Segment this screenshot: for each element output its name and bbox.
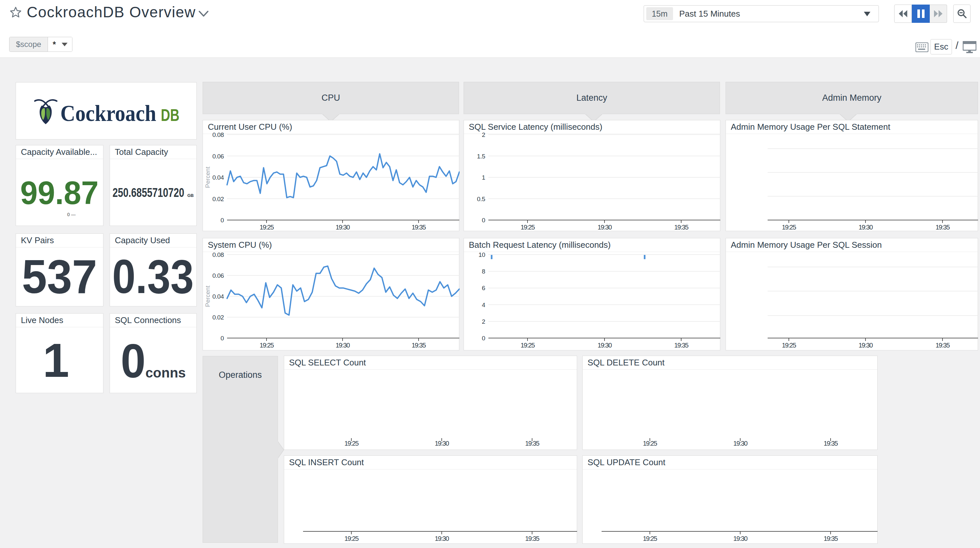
svg-text:0.02: 0.02 — [212, 195, 224, 202]
svg-text:19:30: 19:30 — [336, 224, 350, 231]
svg-text:2: 2 — [482, 131, 485, 138]
svg-text:8: 8 — [482, 268, 485, 275]
svg-text:19:25: 19:25 — [345, 535, 359, 542]
svg-text:19:30: 19:30 — [598, 224, 612, 231]
svg-text:19:25: 19:25 — [260, 342, 274, 349]
svg-text:0: 0 — [482, 217, 485, 224]
svg-text:19:35: 19:35 — [824, 440, 838, 447]
svg-text:19:35: 19:35 — [675, 342, 689, 349]
svg-text:19:35: 19:35 — [675, 224, 689, 231]
svg-text:19:25: 19:25 — [521, 342, 535, 349]
svg-text:0: 0 — [482, 335, 485, 342]
svg-text:19:25: 19:25 — [643, 535, 657, 542]
svg-text:19:30: 19:30 — [435, 440, 449, 447]
svg-text:0.08: 0.08 — [212, 251, 224, 258]
svg-text:Percent: Percent — [204, 167, 211, 188]
svg-text:19:35: 19:35 — [824, 535, 838, 542]
svg-text:19:30: 19:30 — [733, 535, 748, 542]
svg-text:0: 0 — [221, 217, 224, 224]
svg-text:19:35: 19:35 — [935, 342, 950, 349]
svg-text:2: 2 — [482, 318, 485, 325]
svg-text:0.06: 0.06 — [212, 272, 224, 279]
svg-text:Percent: Percent — [204, 286, 211, 307]
svg-text:1.5: 1.5 — [477, 153, 485, 160]
svg-text:19:35: 19:35 — [525, 535, 539, 542]
svg-text:19:25: 19:25 — [782, 224, 796, 231]
svg-text:19:25: 19:25 — [643, 440, 657, 447]
svg-text:19:25: 19:25 — [521, 224, 535, 231]
svg-text:19:30: 19:30 — [859, 224, 873, 231]
svg-text:19:30: 19:30 — [435, 535, 449, 542]
svg-text:0.04: 0.04 — [212, 293, 224, 300]
svg-text:19:25: 19:25 — [782, 342, 796, 349]
svg-text:0: 0 — [221, 335, 224, 342]
svg-text:19:35: 19:35 — [412, 224, 426, 231]
svg-text:19:35: 19:35 — [935, 224, 950, 231]
svg-text:6: 6 — [482, 284, 485, 291]
svg-text:0.04: 0.04 — [212, 174, 224, 181]
svg-text:DB: DB — [161, 106, 180, 124]
svg-text:0.5: 0.5 — [477, 195, 485, 202]
svg-text:19:30: 19:30 — [733, 440, 748, 447]
svg-text:19:25: 19:25 — [260, 224, 274, 231]
svg-text:4: 4 — [482, 302, 485, 308]
svg-text:0.06: 0.06 — [212, 153, 224, 160]
svg-text:19:35: 19:35 — [525, 440, 539, 447]
svg-text:19:30: 19:30 — [598, 342, 612, 349]
svg-text:1: 1 — [482, 174, 485, 181]
svg-text:Cockroach: Cockroach — [60, 101, 156, 125]
svg-text:19:25: 19:25 — [345, 440, 359, 447]
svg-text:0.02: 0.02 — [212, 314, 224, 321]
svg-text:10: 10 — [479, 251, 485, 258]
svg-text:19:30: 19:30 — [859, 342, 873, 349]
svg-text:19:35: 19:35 — [412, 342, 426, 349]
svg-text:0.08: 0.08 — [212, 131, 224, 138]
svg-text:19:30: 19:30 — [336, 342, 350, 349]
